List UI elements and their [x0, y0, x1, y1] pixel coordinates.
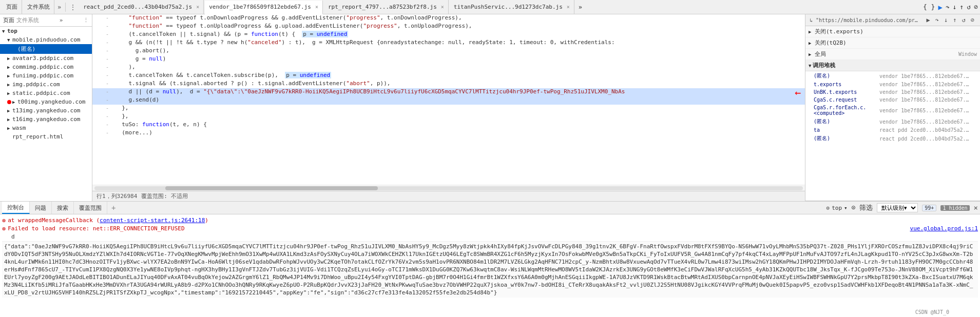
- call-item-2[interactable]: UnBK.t.exports vendor_1be7f865...812ebde…: [805, 88, 980, 96]
- tree-item-anon-file[interactable]: (匿名): [0, 44, 92, 54]
- tree-item-avatar[interactable]: avatar3.pddpic.com: [0, 54, 92, 63]
- console-error-text-2: Failed to load resource: net::ERR_CONNEC…: [8, 225, 184, 233]
- red-arrow-indicator: ←: [795, 88, 801, 96]
- tree-item-t16img[interactable]: t16img.yangkeduo.com: [0, 115, 92, 124]
- tree-item-rpt-report[interactable]: rpt_report.html: [0, 132, 92, 141]
- file-tab-rpt-label: rpt_report_4797...a87523bf2f8.js: [328, 4, 437, 10]
- debug-step-over[interactable]: ↷: [946, 3, 950, 11]
- close-titan-tab[interactable]: ×: [567, 4, 570, 10]
- console-level-select[interactable]: 默认级别▾: [877, 203, 918, 212]
- toggle-global: [809, 52, 813, 57]
- close-vendor-tab[interactable]: ×: [315, 4, 318, 10]
- bottom-tab-bar: 控制台 问题 搜索 覆盖范围 + ⊙ top ▾ ⊙ 筛选 默认级别▾ 99+ …: [0, 201, 980, 214]
- btab-search[interactable]: 搜索: [52, 202, 74, 214]
- callstack-header[interactable]: 调用堆栈: [805, 60, 980, 71]
- left-panel-menu-icon[interactable]: ⋮: [83, 17, 89, 24]
- code-line-8: - t.cancelToken && t.cancelToken.subscri…: [92, 72, 805, 80]
- right-panel-restart[interactable]: ↺: [960, 16, 967, 24]
- code-line-14: - tuSo: function(t, e, n) {: [92, 121, 805, 129]
- section-t-exports-header[interactable]: 关闭(t.exports): [805, 26, 980, 37]
- scope-url: ↳ "https://mobile.pinduoduo.com/proxy/ap…: [810, 17, 921, 23]
- section-global-label: 全局: [815, 50, 826, 58]
- btab-coverage-label: 覆盖范围: [79, 204, 102, 212]
- tab-filesystem[interactable]: 文件系统: [23, 0, 54, 14]
- console-filter-icon[interactable]: ⊙ 筛选: [852, 203, 873, 212]
- tree-arrow-t13img: [7, 108, 12, 113]
- call-item-0[interactable]: (匿名) vendor_1be7f865...812ebde67.js:1: [805, 71, 980, 81]
- btab-console[interactable]: 控制台: [2, 202, 30, 214]
- call-item-3[interactable]: CgaS.c.request vendor_1be7f865...812ebde…: [805, 96, 980, 104]
- cursor-position: 行1，列326984: [97, 192, 137, 200]
- file-tab-react[interactable]: react_pdd_2ced0...43b04bd75a2.js ×: [79, 0, 204, 14]
- section-global-header[interactable]: 全局 Window: [805, 49, 980, 60]
- tree-item-wasm[interactable]: wasm: [0, 124, 92, 132]
- file-tab-vendor[interactable]: vendor_1be7f86509f812ebde67.js ×: [205, 1, 323, 14]
- tree-item-static[interactable]: static.pddpic.com: [0, 89, 92, 97]
- debug-step-into[interactable]: ↓: [953, 3, 957, 11]
- console-top-dropdown[interactable]: ▾: [844, 205, 848, 211]
- tree-item-funiimg[interactable]: funiimg.pddpic.com: [0, 71, 92, 80]
- callstack-label: 调用堆栈: [813, 62, 835, 69]
- call-item-4[interactable]: CgaS.r.forEach.c.<computed> vendor_1be7f…: [805, 104, 980, 117]
- tree-label-rpt-report: rpt_report.html: [12, 133, 63, 140]
- tree-label-anon: (匿名): [17, 45, 35, 53]
- left-header-fs-tab[interactable]: 文件系统: [16, 16, 39, 24]
- link-content-script[interactable]: content-script-start.js:2641:18: [100, 217, 205, 224]
- section-tq2b-header[interactable]: 关闭(tQ2B): [805, 37, 980, 48]
- close-react-tab[interactable]: ×: [196, 4, 199, 10]
- debug-restart[interactable]: ↺: [967, 3, 971, 11]
- code-line-15: - (more...): [92, 129, 805, 137]
- tree-label-mobile: mobile.pinduoduo.com: [12, 36, 80, 43]
- tree-label-funiimg: funiimg.pddpic.com: [12, 72, 73, 79]
- call-item-5[interactable]: (匿名) vendor_1be7f865...812ebde67.js:1: [805, 117, 980, 126]
- code-line-7: - ),: [92, 64, 805, 72]
- left-panel-more-icon[interactable]: »: [60, 17, 63, 24]
- tab-filesystem-label: 文件系统: [27, 3, 50, 11]
- code-area[interactable]: - "function" == typeof t.onDownloadProgr…: [92, 14, 805, 185]
- right-panel-stepover[interactable]: ↷: [934, 16, 940, 24]
- code-line-1: - "function" == typeof t.onDownloadProgr…: [92, 14, 805, 23]
- horizontal-scrollbar[interactable]: [92, 185, 805, 191]
- tree-item-commimg[interactable]: commimg.pddpic.com: [0, 63, 92, 71]
- link-vue[interactable]: vue.global.prod.js:1: [910, 225, 978, 233]
- tree-item-t00img[interactable]: t00img.yangkeduo.com: [0, 97, 92, 106]
- format-icon[interactable]: { }: [923, 3, 935, 11]
- tree-item-mobile[interactable]: mobile.pinduoduo.com: [0, 35, 92, 44]
- left-panel: 页面 文件系统 » ⋮ top mobile.pinduoduo.com: [0, 14, 92, 201]
- tree-item-img[interactable]: img.pddpic.com: [0, 80, 92, 89]
- right-panel-deactivate[interactable]: ⊘: [969, 16, 976, 24]
- file-tab-titan[interactable]: titanPushServic...9d1273dc7ab.js ×: [450, 0, 574, 14]
- tree-item-top[interactable]: top: [0, 27, 92, 35]
- right-panel-stepout[interactable]: ↑: [951, 16, 958, 24]
- tree-label-t00img: t00img.yangkeduo.com: [17, 98, 85, 105]
- tree-arrow-wasm: [7, 126, 12, 131]
- left-panel-menu[interactable]: ⋮: [68, 4, 78, 11]
- right-panel-stepinto[interactable]: ↓: [943, 16, 949, 24]
- call-item-6[interactable]: ta react_pdd_2ced0...b04bd75a2.js:1: [805, 126, 980, 134]
- tab-page[interactable]: 页面: [2, 0, 22, 14]
- left-header-page-tab[interactable]: 页面: [3, 16, 14, 24]
- tree-item-t13img[interactable]: t13img.yangkeduo.com: [0, 106, 92, 115]
- call-item-7[interactable]: (匿名) react_pdd_2ced0...b04bd75a2.js:1: [805, 134, 980, 143]
- code-line-9: - t.signal && (t.signal.aborted ? p() : …: [92, 80, 805, 88]
- debug-resume[interactable]: ▶: [938, 3, 942, 11]
- btab-issues[interactable]: 问题: [30, 202, 52, 214]
- bottom-panel-close[interactable]: ×: [974, 204, 978, 212]
- console-data-text: {"data":"0aeJzNWF9vG7kRR0-HoiiKQ5AegiIPh…: [4, 243, 973, 296]
- code-line-5: - g.abort(),: [92, 47, 805, 55]
- error-icon-1: ⊗: [2, 216, 6, 225]
- left-panel-more[interactable]: »: [55, 4, 63, 11]
- debug-deactivate[interactable]: ⊘: [974, 3, 978, 11]
- file-tab-vendor-label: vendor_1be7f86509f812ebde67.js: [209, 4, 311, 10]
- right-panel-resume[interactable]: ▶: [925, 16, 932, 24]
- close-rpt-tab[interactable]: ×: [441, 4, 444, 10]
- btab-coverage[interactable]: 覆盖范围: [74, 202, 107, 214]
- file-tabs-more[interactable]: »: [575, 4, 585, 11]
- call-item-1[interactable]: t.exports vendor_1be7f865...812ebde67.js…: [805, 81, 980, 88]
- debug-step-out[interactable]: ↑: [960, 3, 964, 11]
- code-line-10: - d || (d = null), d = "{\"data\":\"0aeJ…: [92, 88, 805, 96]
- file-tab-rpt[interactable]: rpt_report_4797...a87523bf2f8.js ×: [324, 0, 449, 14]
- section-tq2b: 关闭(tQ2B): [805, 37, 980, 49]
- section-global: 全局 Window: [805, 49, 980, 60]
- btab-add[interactable]: +: [107, 204, 120, 212]
